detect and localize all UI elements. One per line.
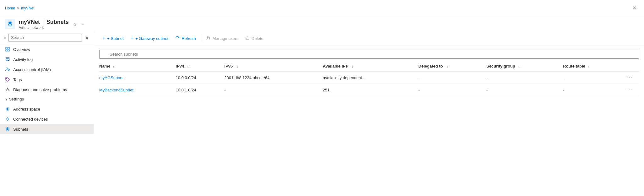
cell-delegated-0: - <box>419 71 486 84</box>
more-options-header-button[interactable]: ··· <box>81 22 84 27</box>
subnets-table-container: Name ↑↓ IPv4 ↑↓ IPv6 ↑↓ <box>94 61 644 196</box>
refresh-icon <box>175 36 180 41</box>
connected-devices-icon <box>5 117 10 122</box>
sidebar-item-diagnose[interactable]: Diagnose and solve problems <box>0 84 94 95</box>
delete-label: Delete <box>252 36 263 41</box>
tags-icon <box>5 77 10 82</box>
sidebar-item-overview[interactable]: Overview <box>0 44 94 54</box>
sort-available-icon[interactable]: ↑↓ <box>350 65 353 68</box>
sidebar-item-overview-label: Overview <box>13 47 30 52</box>
sort-security-icon[interactable]: ↑↓ <box>517 65 521 68</box>
sidebar-item-activity-log[interactable]: Activity log <box>0 54 94 64</box>
settings-section-label: Settings <box>9 97 24 101</box>
access-control-icon <box>5 67 10 72</box>
cell-ipv6-0: 2001:db8:1234:abcd::/64 <box>225 71 323 84</box>
row-more-options-0[interactable]: ··· <box>626 75 632 80</box>
col-name[interactable]: Name ↑↓ <box>99 61 176 71</box>
search-bar-container <box>94 46 644 61</box>
settings-section-header[interactable]: ∨ Settings <box>0 95 94 104</box>
cell-route-0: - <box>563 71 626 84</box>
sidebar-item-tags[interactable]: Tags <box>0 74 94 84</box>
svg-point-7 <box>8 69 9 70</box>
sort-ipv4-icon[interactable]: ↑↓ <box>187 65 190 68</box>
row-more-options-1[interactable]: ··· <box>626 87 632 92</box>
sort-delegated-icon[interactable]: ↑↓ <box>445 65 448 68</box>
toolbar-divider <box>201 35 201 42</box>
collapse-button[interactable]: « <box>84 35 90 41</box>
col-security-group[interactable]: Security group ↑↓ <box>486 61 563 71</box>
resource-header: myVNet | Subnets Virtual network ☆ ··· <box>0 16 644 31</box>
cell-ipv4-0: 10.0.0.0/24 <box>176 71 225 84</box>
sort-route-icon[interactable]: ↑↓ <box>587 65 591 68</box>
diagnose-icon <box>5 87 10 92</box>
sidebar-item-subnets[interactable]: Subnets <box>0 124 94 134</box>
main-layout: ◇ « Overview Activity log <box>0 31 644 196</box>
sidebar-item-connected-devices[interactable]: Connected devices <box>0 114 94 124</box>
sidebar-item-diagnose-label: Diagnose and solve problems <box>13 87 67 92</box>
resource-title-group: myVNet | Subnets Virtual network <box>19 19 69 30</box>
subnet-search-input[interactable] <box>99 50 639 59</box>
add-gateway-subnet-button[interactable]: + + Gateway subnet <box>127 34 172 43</box>
cell-available-ips-1: 251 <box>323 84 419 96</box>
svg-point-11 <box>207 36 208 38</box>
delete-button[interactable]: Delete <box>242 34 267 43</box>
col-ipv4[interactable]: IPv4 ↑↓ <box>176 61 225 71</box>
breadcrumb-home[interactable]: Home <box>5 6 15 10</box>
sort-ipv6-icon[interactable]: ↑↓ <box>235 65 238 68</box>
cell-route-1: - <box>563 84 626 96</box>
search-input[interactable] <box>8 34 82 41</box>
col-actions <box>626 61 639 71</box>
resource-subtitle: Virtual network <box>19 25 69 30</box>
svg-point-12 <box>209 37 210 38</box>
cell-security-1: - <box>486 84 563 96</box>
sidebar-item-address-space[interactable]: Address space <box>0 104 94 114</box>
address-space-icon <box>5 106 10 112</box>
add-subnet-label: + Subnet <box>107 36 123 41</box>
subnet-name-link-1[interactable]: MyBackendSubnet <box>99 88 133 92</box>
sidebar-item-activity-log-label: Activity log <box>13 57 33 62</box>
cell-actions-0[interactable]: ··· <box>626 71 639 84</box>
delete-icon <box>245 36 250 41</box>
col-ipv6[interactable]: IPv6 ↑↓ <box>225 61 323 71</box>
cell-available-ips-0: availability dependent ... <box>323 71 419 84</box>
table-row: myAGSubnet 10.0.0.0/24 2001:db8:1234:abc… <box>99 71 639 84</box>
table-body: myAGSubnet 10.0.0.0/24 2001:db8:1234:abc… <box>99 71 639 96</box>
settings-chevron-icon: ∨ <box>5 98 7 101</box>
diamond-icon: ◇ <box>4 36 6 39</box>
close-button[interactable]: ✕ <box>630 4 639 12</box>
cell-ipv4-1: 10.0.1.0/24 <box>176 84 225 96</box>
breadcrumb-separator: > <box>17 6 19 10</box>
refresh-button[interactable]: Refresh <box>172 34 199 43</box>
resource-name: myVNet <box>19 19 40 25</box>
toolbar: + + Subnet + + Gateway subnet Refresh <box>94 31 644 46</box>
manage-users-button[interactable]: Manage users <box>203 34 241 43</box>
resource-title: myVNet | Subnets <box>19 19 69 25</box>
cell-delegated-1: - <box>419 84 486 96</box>
col-delegated-to[interactable]: Delegated to ↑↓ <box>419 61 486 71</box>
add-subnet-icon: + <box>102 35 105 41</box>
col-route-table[interactable]: Route table ↑↓ <box>563 61 626 71</box>
svg-rect-13 <box>246 37 249 40</box>
sidebar-item-access-control[interactable]: Access control (IAM) <box>0 64 94 74</box>
manage-users-label: Manage users <box>213 36 238 41</box>
add-gateway-icon: + <box>131 35 133 41</box>
table-row: MyBackendSubnet 10.0.1.0/24 - 251 - - - … <box>99 84 639 96</box>
activity-log-icon <box>5 57 10 62</box>
search-wrapper <box>99 50 639 59</box>
sidebar-item-access-control-label: Access control (IAM) <box>13 67 51 72</box>
sidebar: ◇ « Overview Activity log <box>0 31 94 196</box>
col-available-ips[interactable]: Available IPs ↑↓ <box>323 61 419 71</box>
sidebar-item-address-space-label: Address space <box>13 107 40 112</box>
add-gateway-label: + Gateway subnet <box>135 36 168 41</box>
sidebar-nav: Overview Activity log Access control (IA… <box>0 44 94 193</box>
subnets-icon <box>5 127 10 132</box>
add-subnet-button[interactable]: + + Subnet <box>99 34 127 43</box>
sidebar-item-subnets-label: Subnets <box>13 127 28 132</box>
favorite-button[interactable]: ☆ <box>73 21 77 27</box>
top-bar: Home > myVNet ✕ <box>0 0 644 16</box>
sort-name-icon[interactable]: ↑↓ <box>113 65 116 68</box>
breadcrumb-current[interactable]: myVNet <box>21 6 35 10</box>
subnet-name-link-0[interactable]: myAGSubnet <box>99 75 123 80</box>
sidebar-search-container: ◇ « <box>0 31 94 44</box>
cell-actions-1[interactable]: ··· <box>626 84 639 96</box>
